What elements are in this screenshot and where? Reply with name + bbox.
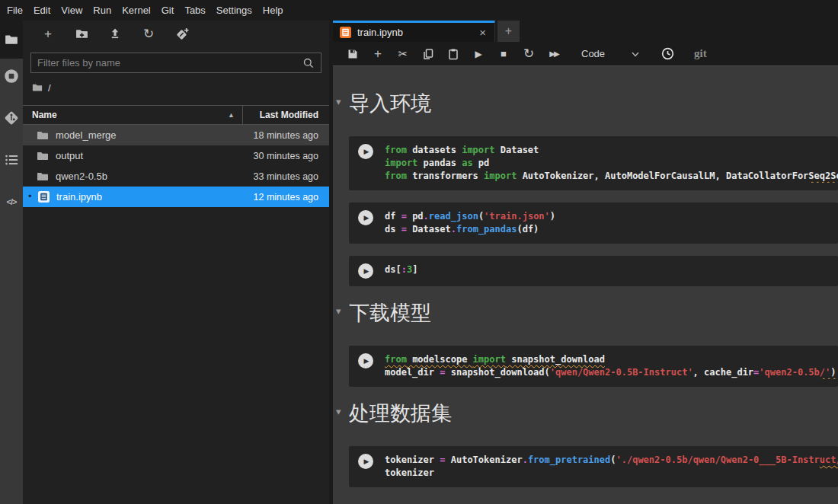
refresh-button[interactable]: ↻ (142, 27, 155, 40)
code-editor[interactable]: ds[:3] (385, 263, 838, 279)
sidebar-tab-running-sessions[interactable] (3, 68, 20, 85)
cut-cell-button[interactable]: ✂ (396, 47, 410, 61)
code-token: (df) (517, 224, 539, 234)
sidebar-tab-file-browser[interactable] (0, 21, 23, 59)
code-cell-tokenizer[interactable]: ▶ tokenizer = AutoTokenizer.from_pretrai… (349, 446, 838, 487)
menu-tabs[interactable]: Tabs (179, 0, 210, 21)
code-token: as (462, 158, 472, 168)
cell-prompt-gutter: ▶ (349, 263, 385, 279)
sidebar-tab-extension-manager[interactable]: </> (3, 193, 20, 210)
file-row-train-ipynb[interactable]: • train.ipynb 12 minutes ago (23, 187, 329, 207)
filter-files-input[interactable] (37, 57, 302, 69)
file-row-model-merge[interactable]: model_merge 18 minutes ago (23, 125, 329, 145)
stop-icon: ■ (501, 49, 507, 59)
git-clone-button[interactable] (175, 27, 189, 40)
code-token: AutoTokenizer (445, 455, 522, 465)
code-token: , cache_dir (693, 367, 753, 378)
activity-bar: </> (0, 21, 23, 504)
cell-type-dropdown[interactable]: Code (581, 48, 640, 59)
restart-kernel-button[interactable]: ↻ (522, 47, 536, 61)
code-token: Seq2Seq (808, 171, 838, 181)
file-row-output[interactable]: output 30 minutes ago (23, 145, 329, 166)
file-modified: 30 minutes ago (230, 151, 329, 161)
tab-train-ipynb[interactable]: train.ipynb × (333, 21, 495, 42)
run-this-cell-button[interactable]: ▶ (358, 144, 373, 159)
code-cell-snapshot-download[interactable]: ▶ from modelscope import snapshot_downlo… (349, 346, 838, 387)
new-folder-button[interactable] (75, 27, 88, 40)
kernel-history-button[interactable] (660, 47, 674, 61)
list-icon (4, 152, 19, 167)
markdown-cell-download-model[interactable]: ▾ 下载模型 (336, 298, 838, 327)
code-token: = (401, 224, 407, 234)
run-this-cell-button[interactable]: ▶ (358, 210, 373, 225)
menu-file[interactable]: File (2, 0, 28, 21)
code-token: './qwen2-0.5b/qwen/Qwen2-0___5B-Instr (616, 455, 819, 465)
run-this-cell-button[interactable]: ▶ (358, 353, 373, 368)
menu-settings[interactable]: Settings (211, 0, 257, 21)
run-cell-button[interactable]: ▶ (472, 47, 485, 61)
sidebar-tab-table-of-contents[interactable] (3, 152, 20, 168)
run-icon: ▶ (364, 267, 369, 275)
interrupt-kernel-button[interactable]: ■ (497, 47, 510, 61)
code-cell-read-json[interactable]: ▶ df = pd.read_json('train.json')ds = Da… (349, 203, 838, 244)
tab-bar: train.ipynb × + (333, 21, 838, 42)
code-cell-imports[interactable]: ▶ from datasets import Datasetimport pan… (349, 136, 838, 190)
close-tab-button[interactable]: × (478, 27, 488, 38)
file-name: model_merge (56, 129, 230, 141)
collapse-section-icon[interactable]: ▾ (336, 305, 349, 317)
code-token: ) (830, 367, 836, 378)
code-token: from (385, 145, 407, 155)
file-row-qwen2-0.5b[interactable]: qwen2-0.5b 33 minutes ago (23, 166, 329, 187)
markdown-heading: 导入环境 (349, 89, 431, 118)
code-editor[interactable]: from datasets import Datasetimport panda… (385, 144, 838, 183)
insert-cell-button[interactable]: + (371, 47, 385, 61)
home-folder-icon[interactable] (32, 82, 43, 93)
menu-view[interactable]: View (56, 0, 88, 21)
run-icon: ▶ (364, 214, 369, 222)
code-token: import (462, 145, 494, 155)
paste-icon (447, 48, 459, 60)
code-token: from (385, 354, 407, 365)
search-icon (302, 57, 315, 69)
code-editor[interactable]: df = pd.read_json('train.json')ds = Data… (385, 210, 838, 236)
save-button[interactable] (346, 47, 360, 61)
name-column-label: Name (32, 110, 57, 120)
markdown-heading: 处理数据集 (349, 399, 452, 428)
code-token: pandas (417, 158, 462, 168)
restart-run-all-button[interactable]: ▶▶ (547, 47, 561, 61)
new-folder-icon (75, 27, 88, 40)
menu-run[interactable]: Run (88, 0, 117, 21)
folder-icon (37, 171, 49, 183)
code-token: . (451, 224, 456, 234)
copy-cell-button[interactable] (421, 47, 435, 61)
run-this-cell-button[interactable]: ▶ (358, 263, 373, 279)
code-editor[interactable]: from modelscope import snapshot_download… (385, 353, 838, 379)
menu-help[interactable]: Help (257, 0, 289, 21)
code-token: tokenizer (385, 467, 434, 478)
code-token: read_json (429, 211, 478, 222)
file-modified: 12 minutes ago (230, 192, 329, 203)
new-tab-button[interactable]: + (497, 21, 520, 42)
chevron-down-icon (631, 49, 640, 59)
code-token: import (473, 354, 506, 365)
file-name: output (56, 150, 230, 161)
markdown-cell-import-env[interactable]: ▾ 导入环境 (336, 89, 838, 118)
menu-git[interactable]: Git (156, 0, 180, 21)
column-header-last-modified[interactable]: Last Modified (243, 110, 329, 120)
paste-cell-button[interactable] (446, 47, 460, 61)
markdown-cell-process-dataset[interactable]: ▾ 处理数据集 (336, 399, 838, 428)
code-editor[interactable]: tokenizer = AutoTokenizer.from_pretraine… (385, 454, 838, 480)
menu-kernel[interactable]: Kernel (117, 0, 156, 21)
upload-button[interactable] (108, 27, 122, 40)
run-icon: ▶ (364, 148, 369, 155)
sidebar-tab-git[interactable] (3, 110, 20, 126)
collapse-section-icon[interactable]: ▾ (336, 96, 349, 107)
new-launcher-button[interactable]: + (41, 27, 55, 40)
menu-edit[interactable]: Edit (28, 0, 56, 21)
cell-prompt-gutter: ▶ (349, 144, 385, 183)
column-header-name[interactable]: Name ▲ (23, 110, 242, 120)
collapse-section-icon[interactable]: ▾ (336, 406, 349, 417)
save-icon (347, 48, 359, 60)
run-this-cell-button[interactable]: ▶ (358, 454, 373, 469)
code-cell-ds-slice[interactable]: ▶ ds[:3] (349, 256, 838, 286)
